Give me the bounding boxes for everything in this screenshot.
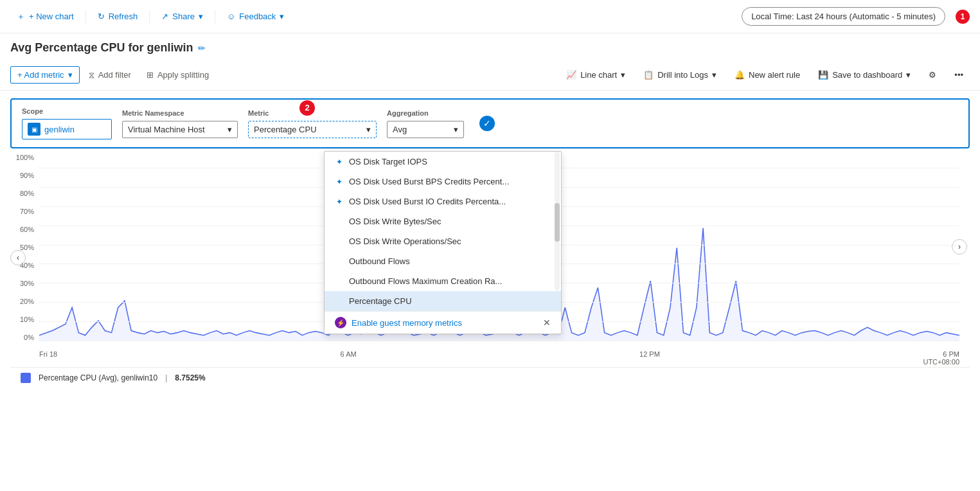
splitting-icon: ⊞ bbox=[147, 70, 154, 80]
legend-swatch bbox=[21, 373, 31, 383]
add-filter-button[interactable]: ⧖ Add filter bbox=[82, 67, 138, 84]
settings-button[interactable]: ⚙ bbox=[922, 67, 943, 83]
top-toolbar: ＋ + New chart ↻ Refresh ↗ Share ▾ ☺ Feed… bbox=[0, 0, 980, 33]
dropdown-item-1[interactable]: ✦ OS Disk Used Burst BPS Credits Percent… bbox=[325, 172, 561, 192]
more-options-button[interactable]: ••• bbox=[948, 67, 970, 83]
y-label-90: 90% bbox=[20, 172, 34, 179]
feedback-button[interactable]: ☺ Feedback ▾ bbox=[220, 8, 290, 25]
dropdown-item-3[interactable]: OS Disk Write Bytes/Sec bbox=[325, 211, 561, 231]
y-label-20: 20% bbox=[20, 298, 34, 305]
time-selector-label: Local Time: Last 24 hours (Automatic - 5… bbox=[751, 12, 936, 21]
aggregation-col: Aggregation Avg ▾ bbox=[387, 109, 464, 138]
aggregation-label: Aggregation bbox=[387, 109, 464, 117]
drill-into-logs-button[interactable]: 📋 Drill into Logs ▾ bbox=[637, 67, 723, 83]
save-to-dashboard-label: Save to dashboard bbox=[832, 70, 902, 80]
metrics-toolbar-left: + Add metric ▾ ⧖ Add filter ⊞ Apply spli… bbox=[10, 66, 215, 84]
new-chart-button[interactable]: ＋ + New chart bbox=[10, 7, 80, 26]
page-title-bar: Avg Percentage CPU for genliwin ✏ bbox=[0, 33, 980, 60]
divider-1 bbox=[85, 10, 86, 23]
line-chart-icon: 📈 bbox=[566, 70, 576, 80]
add-filter-label: Add filter bbox=[98, 70, 131, 80]
dropdown-item-6[interactable]: Outbound Flows Maximum Creation Ra... bbox=[325, 271, 561, 291]
chart-nav-right[interactable]: › bbox=[952, 239, 967, 254]
new-alert-rule-label: New alert rule bbox=[749, 70, 800, 80]
y-label-50: 50% bbox=[20, 244, 34, 251]
confirm-button[interactable]: ✓ bbox=[479, 116, 495, 131]
aggregation-dropdown[interactable]: Avg ▾ bbox=[387, 121, 464, 138]
step-badge-number: 2 bbox=[305, 103, 309, 112]
sparkle-icon-2: ✦ bbox=[335, 197, 344, 206]
no-icon-5 bbox=[335, 257, 344, 266]
close-guest-button[interactable]: ✕ bbox=[543, 317, 551, 328]
line-chart-button[interactable]: 📈 Line chart ▾ bbox=[560, 67, 632, 83]
refresh-button[interactable]: ↻ Refresh bbox=[91, 8, 145, 25]
no-icon-4 bbox=[335, 237, 344, 246]
add-metric-button[interactable]: + Add metric ▾ bbox=[10, 66, 80, 84]
x-label-12pm: 12 PM bbox=[639, 350, 660, 358]
refresh-label: Refresh bbox=[109, 12, 138, 21]
metric-row: Scope ▣ genliwin Metric Namespace Virtua… bbox=[10, 98, 970, 148]
share-button[interactable]: ↗ Share ▾ bbox=[155, 8, 209, 25]
dropdown-item-2[interactable]: ✦ OS Disk Used Burst IO Credits Percenta… bbox=[325, 192, 561, 211]
namespace-value: Virtual Machine Host bbox=[128, 125, 205, 134]
scrollbar-thumb[interactable] bbox=[555, 203, 560, 242]
dropdown-item-7[interactable]: Percentage CPU bbox=[325, 291, 561, 311]
y-label-0: 0% bbox=[24, 334, 34, 341]
share-chevron-icon: ▾ bbox=[199, 12, 203, 21]
apply-splitting-button[interactable]: ⊞ Apply splitting bbox=[140, 67, 215, 83]
utc-label: UTC+08:00 bbox=[923, 358, 959, 366]
namespace-chevron-icon: ▾ bbox=[227, 125, 232, 134]
legend-divider: | bbox=[165, 373, 167, 382]
new-alert-rule-button[interactable]: 🔔 New alert rule bbox=[728, 67, 806, 83]
feedback-chevron-icon: ▾ bbox=[280, 12, 284, 21]
dropdown-item-0[interactable]: ✦ OS Disk Target IOPS bbox=[325, 152, 561, 172]
gear-icon: ⚙ bbox=[929, 70, 936, 80]
y-label-60: 60% bbox=[20, 226, 34, 233]
aggregation-value: Avg bbox=[393, 125, 407, 134]
dropdown-item-4[interactable]: OS Disk Write Operations/Sec bbox=[325, 231, 561, 251]
enable-guest-content: ⚡ Enable guest memory metrics bbox=[335, 317, 462, 328]
feedback-label: Feedback bbox=[239, 12, 276, 21]
page-title: Avg Percentage CPU for genliwin bbox=[10, 41, 193, 55]
drill-into-logs-label: Drill into Logs bbox=[657, 70, 708, 80]
logs-chevron-icon: ▾ bbox=[712, 70, 717, 80]
y-label-30: 30% bbox=[20, 280, 34, 287]
dropdown-item-label-0: OS Disk Target IOPS bbox=[349, 157, 427, 166]
divider-3 bbox=[215, 10, 215, 23]
save-to-dashboard-button[interactable]: 💾 Save to dashboard ▾ bbox=[812, 67, 917, 83]
add-metric-chevron-icon: ▾ bbox=[68, 70, 73, 80]
edit-icon[interactable]: ✏ bbox=[198, 43, 206, 53]
y-label-100: 100% bbox=[16, 154, 34, 161]
plus-icon: ＋ bbox=[17, 11, 25, 22]
legend-value: 8.7525% bbox=[175, 373, 205, 382]
dropdown-item-label-4: OS Disk Write Operations/Sec bbox=[349, 237, 461, 246]
logs-icon: 📋 bbox=[643, 70, 654, 80]
metric-col: Metric Percentage CPU ▾ 2 bbox=[248, 109, 377, 138]
notification-count: 1 bbox=[961, 12, 965, 21]
dropdown-item-label-2: OS Disk Used Burst IO Credits Percenta..… bbox=[349, 197, 506, 206]
dropdown-item-label-3: OS Disk Write Bytes/Sec bbox=[349, 217, 441, 226]
namespace-label: Metric Namespace bbox=[122, 109, 238, 117]
y-label-70: 70% bbox=[20, 208, 34, 215]
metrics-toolbar-right: 📈 Line chart ▾ 📋 Drill into Logs ▾ 🔔 New… bbox=[560, 67, 970, 83]
share-label: Share bbox=[172, 12, 195, 21]
line-chart-label: Line chart bbox=[580, 70, 617, 80]
chart-nav-left[interactable]: ‹ bbox=[10, 250, 26, 265]
add-metric-label: + Add metric bbox=[17, 70, 64, 80]
dropdown-item-5[interactable]: Outbound Flows bbox=[325, 251, 561, 271]
scope-icon: ▣ bbox=[28, 123, 40, 136]
y-label-80: 80% bbox=[20, 190, 34, 197]
legend-bar: Percentage CPU (Avg), genliwin10 | 8.752… bbox=[10, 367, 970, 388]
guest-memory-icon: ⚡ bbox=[335, 317, 346, 328]
scope-field[interactable]: ▣ genliwin bbox=[22, 119, 112, 139]
time-selector-button[interactable]: Local Time: Last 24 hours (Automatic - 5… bbox=[742, 7, 945, 26]
main-content: Scope ▣ genliwin Metric Namespace Virtua… bbox=[0, 98, 980, 388]
namespace-dropdown[interactable]: Virtual Machine Host ▾ bbox=[122, 121, 238, 138]
feedback-icon: ☺ bbox=[227, 12, 235, 21]
metric-dropdown[interactable]: Percentage CPU ▾ bbox=[248, 121, 377, 138]
sparkle-icon-0: ✦ bbox=[335, 157, 344, 166]
no-icon-3 bbox=[335, 217, 344, 226]
x-label-6pm: 6 PM bbox=[943, 350, 959, 358]
toolbar-right: Local Time: Last 24 hours (Automatic - 5… bbox=[742, 7, 970, 26]
scope-value: genliwin bbox=[44, 125, 75, 134]
